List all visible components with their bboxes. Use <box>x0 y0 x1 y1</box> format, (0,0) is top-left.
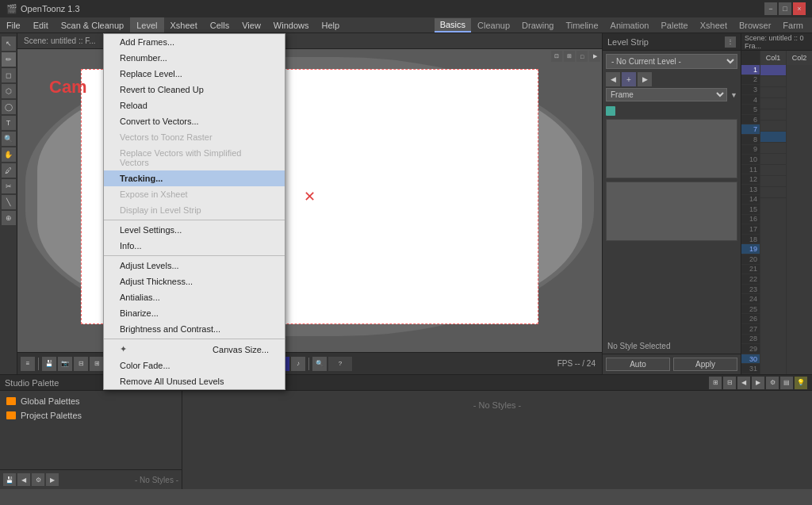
menu-file[interactable]: File <box>0 17 27 33</box>
separator-b <box>104 255 285 256</box>
snapshot-button[interactable]: 📷 <box>58 357 72 371</box>
tab-timeline[interactable]: Timeline <box>560 19 603 32</box>
menu-replace-level[interactable]: Replace Level... <box>104 66 285 82</box>
frame-19: 19 <box>741 244 760 254</box>
zoom-field[interactable]: ? <box>328 357 352 371</box>
pal-settings-btn[interactable]: ⚙ <box>32 473 44 486</box>
hand-tool[interactable]: ✋ <box>2 147 16 162</box>
auto-button[interactable]: Auto <box>606 358 670 371</box>
level-strip-options[interactable]: ⋮ <box>725 36 736 48</box>
menu-windows[interactable]: Windows <box>267 17 316 33</box>
menu-convert-vectors[interactable]: Convert to Vectors... <box>104 113 285 129</box>
minimize-button[interactable]: − <box>764 2 777 15</box>
tab-basics[interactable]: Basics <box>435 18 471 33</box>
lp-btn-4[interactable]: ▶ <box>752 377 764 389</box>
viewer-camera-button[interactable]: □ <box>576 51 588 62</box>
frame-select[interactable]: Frame <box>606 88 727 101</box>
menu-xsheet[interactable]: Xsheet <box>164 17 204 33</box>
frame-col-header <box>741 51 760 65</box>
tab-palette[interactable]: Palette <box>655 19 693 32</box>
text-tool[interactable]: T <box>2 116 16 130</box>
menu-scan-cleanup[interactable]: Scan & Cleanup <box>55 17 131 33</box>
pal-back-btn[interactable]: ◀ <box>17 473 30 486</box>
viewer-zoom-button[interactable]: ⊞ <box>564 51 575 62</box>
pal-fwd-btn[interactable]: ▶ <box>46 473 59 486</box>
menu-edit[interactable]: Edit <box>27 17 55 33</box>
menu-level-settings[interactable]: Level Settings... <box>104 222 285 238</box>
menu-replace-vectors: Replace Vectors with Simplified Vectors <box>104 145 285 170</box>
menu-antialias[interactable]: Antialias... <box>104 289 285 305</box>
global-palettes-item[interactable]: Global Palettes <box>3 394 178 408</box>
pal-save-btn[interactable]: 💾 <box>3 473 16 486</box>
close-button[interactable]: × <box>793 2 806 15</box>
shape-tool[interactable]: ◯ <box>2 100 16 114</box>
menu-info[interactable]: Info... <box>104 238 285 254</box>
frame-22: 22 <box>741 274 760 285</box>
pick-tool[interactable]: 🖊 <box>2 163 16 178</box>
transform-tool[interactable]: ⊕ <box>2 211 16 225</box>
menu-adjust-thickness[interactable]: Adjust Thickness... <box>104 274 285 289</box>
menu-toggle-button[interactable]: ≡ <box>21 357 35 371</box>
folder-icon <box>6 397 16 405</box>
menu-color-fade[interactable]: Color Fade... <box>104 358 285 373</box>
lp-btn-2[interactable]: ⊟ <box>723 377 736 389</box>
level-next-button[interactable]: ▶ <box>638 72 652 86</box>
viewer-fit-button[interactable]: ⊡ <box>551 51 562 62</box>
select-tool[interactable]: ↖ <box>2 36 16 51</box>
audio-btn[interactable]: ♪ <box>291 357 305 371</box>
lp-btn-7[interactable]: 💡 <box>795 377 807 389</box>
level-select[interactable]: - No Current Level - <box>606 54 737 69</box>
eraser-tool[interactable]: ◻ <box>2 68 16 82</box>
menu-help[interactable]: Help <box>315 17 346 33</box>
menu-add-frames[interactable]: Add Frames... <box>104 34 285 50</box>
level-prev-button[interactable]: ◀ <box>606 72 620 86</box>
maximize-button[interactable]: □ <box>779 2 791 15</box>
zoom-tool[interactable]: 🔍 <box>2 132 16 146</box>
studio-palette-body: Global Palettes Project Palettes <box>0 391 182 469</box>
menu-brightness-contrast[interactable]: Brightness and Contrast... <box>104 321 285 337</box>
zoom-in-btn[interactable]: 🔍 <box>312 357 327 371</box>
grid-button[interactable]: ⊞ <box>90 357 104 371</box>
tab-farm[interactable]: Farm <box>777 19 809 32</box>
tab-xsheet[interactable]: Xsheet <box>695 19 733 32</box>
menu-tracking[interactable]: Tracking... <box>104 170 285 186</box>
brush-tool[interactable]: ✏ <box>2 52 16 67</box>
window-controls[interactable]: − □ × <box>764 2 806 15</box>
level-strip-panel: Level Strip ⋮ - No Current Level - ◀ + ▶… <box>602 33 741 374</box>
lp-btn-5[interactable]: ⚙ <box>766 377 779 389</box>
scene-tab-label: Scene: untitled :: F... <box>24 36 96 45</box>
menu-vectors-raster: Vectors to Toonz Raster <box>104 129 285 145</box>
menu-level[interactable]: Level <box>130 17 163 33</box>
tab-browser[interactable]: Browser <box>733 19 776 32</box>
lp-btn-3[interactable]: ◀ <box>737 377 750 389</box>
tab-animation[interactable]: Animation <box>605 19 655 32</box>
menu-renumber[interactable]: Renumber... <box>104 50 285 66</box>
lp-btn-6[interactable]: ▤ <box>780 377 793 389</box>
line-tool[interactable]: ╲ <box>2 195 16 209</box>
menu-view[interactable]: View <box>236 17 267 33</box>
frame-28: 28 <box>741 335 760 345</box>
lp-btn-1[interactable]: ⊞ <box>709 377 722 389</box>
frame-12: 12 <box>741 174 760 185</box>
menu-revert-cleaned-up[interactable]: Revert to Cleaned Up <box>104 82 285 98</box>
frame-4: 4 <box>741 95 760 105</box>
menu-canvas-size[interactable]: ✦Canvas Size... <box>104 341 285 358</box>
apply-button[interactable]: Apply <box>673 358 737 371</box>
level-add-button[interactable]: + <box>622 72 636 86</box>
menu-remove-unused[interactable]: Remove All Unused Levels <box>104 373 285 389</box>
menu-reload[interactable]: Reload <box>104 98 285 113</box>
fill-tool[interactable]: ⬡ <box>2 84 16 98</box>
xsheet-header: Scene: untitled :: 0 Fra... <box>741 33 812 51</box>
viewer-play-button[interactable]: ▶ <box>589 51 600 62</box>
save-button[interactable]: 💾 <box>42 357 56 371</box>
compare-button[interactable]: ⊟ <box>74 357 88 371</box>
scissors-tool[interactable]: ✂ <box>2 179 16 193</box>
project-palettes-item[interactable]: Project Palettes <box>3 408 178 423</box>
menu-adjust-levels[interactable]: Adjust Levels... <box>104 258 285 274</box>
col1-row-6 <box>760 121 786 132</box>
menu-binarize[interactable]: Binarize... <box>104 305 285 321</box>
tab-drawing[interactable]: Drawing <box>516 19 559 32</box>
menu-cells[interactable]: Cells <box>204 17 236 33</box>
tab-cleanup[interactable]: Cleanup <box>472 19 515 32</box>
level-palette-panel: Level Palette: ⊞ ⊟ ◀ ▶ ⚙ ▤ 💡 - No Styles… <box>182 375 812 489</box>
